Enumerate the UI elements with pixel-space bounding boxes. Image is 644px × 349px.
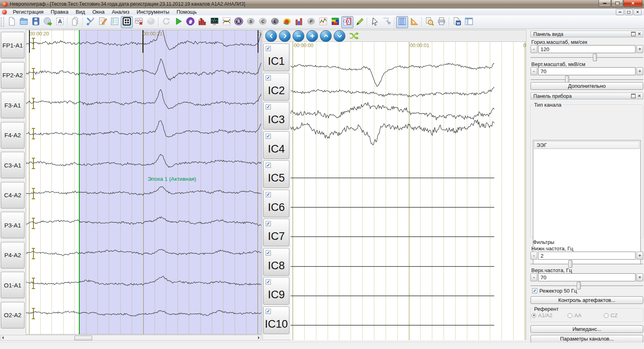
new-document-button[interactable] [6, 16, 18, 28]
waveform-epoch-button[interactable] [341, 16, 353, 28]
artifact-control-button[interactable]: Контроль артефактов... [530, 296, 643, 304]
left-horizontal-scrollbar[interactable] [0, 335, 261, 341]
ic1-visibility-checkbox[interactable]: ✓ [266, 46, 271, 51]
channel-type-item-eeg[interactable]: ЭЭГ [534, 141, 640, 149]
zoom-document-button[interactable] [423, 16, 436, 28]
scroll-left-arrow[interactable] [2, 336, 4, 339]
channel-button-c3-a1[interactable]: C3-A1 [1, 152, 25, 178]
export-word-button[interactable]: W [451, 16, 463, 28]
channel-button-o1-a1[interactable]: O1-A1 [1, 272, 25, 298]
sphere-e-button[interactable]: E [269, 16, 281, 28]
sphere-s-button[interactable]: S [245, 16, 257, 28]
low-freq-slider[interactable] [530, 261, 643, 267]
spectrogram-button[interactable] [329, 16, 341, 28]
edit-checklist-button[interactable] [97, 16, 109, 28]
scrollbar-thumb[interactable] [74, 336, 92, 341]
close-button[interactable]: ✕ [623, 0, 642, 7]
channel-up-button[interactable] [320, 30, 332, 42]
sphere-p-button[interactable]: P [305, 16, 317, 28]
additional-button[interactable]: Дополнительно [530, 82, 643, 90]
step-right-button[interactable] [279, 30, 291, 42]
panel-layout-button[interactable] [463, 16, 475, 28]
component-button-ic2[interactable]: IC2✓ [263, 73, 289, 101]
ic3-visibility-checkbox[interactable]: ✓ [266, 104, 271, 109]
save-button[interactable] [30, 16, 42, 28]
eeg-middle-trace-area[interactable]: 00:00:0000:00:0100: [291, 42, 526, 340]
toolbar-grip[interactable] [1, 17, 4, 27]
menu-item-6[interactable]: Инструменты [133, 8, 173, 15]
marker-pen-button[interactable] [353, 16, 365, 28]
ic2-visibility-checkbox[interactable]: ✓ [266, 75, 271, 81]
horiz-minus-button[interactable]: - [530, 45, 537, 53]
signal-monitor-button[interactable] [208, 16, 221, 28]
component-button-ic1[interactable]: IC1✓ [263, 43, 289, 71]
low-freq-value[interactable]: 2 [538, 252, 636, 260]
vert-scale-value[interactable]: 70 [538, 67, 636, 75]
mdi-minimize-button[interactable] [616, 9, 624, 15]
channel-button-f4-a2[interactable]: F4-A2 [1, 122, 25, 149]
notch-filter-checkbox[interactable]: ✓ [532, 288, 537, 293]
ic9-visibility-checkbox[interactable]: ✓ [266, 279, 271, 285]
eeg-left-trace-area[interactable]: 00:00:2000:00:2100:0Эпоха 1 (Активная) [26, 30, 262, 335]
view-panel-header[interactable]: Панель вида ✕ [530, 31, 643, 37]
cursor-arrow-button[interactable] [369, 16, 381, 28]
mdi-restore-button[interactable] [625, 9, 633, 15]
horiz-slider-thumb[interactable] [593, 54, 597, 61]
horiz-plus-button[interactable]: + [636, 45, 643, 53]
zoom-in-button[interactable] [306, 30, 318, 42]
line-chart-button[interactable] [317, 16, 329, 28]
play-button[interactable] [172, 16, 184, 28]
ic8-visibility-checkbox[interactable]: ✓ [266, 250, 271, 256]
ic4-visibility-checkbox[interactable]: ✓ [266, 134, 271, 139]
high-plus-button[interactable]: + [636, 273, 643, 281]
histogram-button[interactable] [196, 16, 208, 28]
referent-option-cz[interactable]: CZ [604, 312, 617, 318]
vert-minus-button[interactable]: - [530, 67, 537, 75]
channel-params-button[interactable]: Параметры каналов... [530, 335, 643, 343]
channel-button-p3-a1[interactable]: P3-A1 [1, 212, 25, 238]
panel-close-icon[interactable]: ✕ [638, 32, 641, 36]
text-frame-button[interactable]: A [54, 16, 66, 28]
ic5-visibility-checkbox[interactable]: ✓ [266, 163, 271, 168]
panel-close-icon[interactable]: ✕ [638, 94, 641, 98]
low-minus-button[interactable]: - [530, 252, 537, 260]
step-left-button[interactable] [265, 30, 277, 42]
open-file-button[interactable] [18, 16, 30, 28]
curves-button[interactable] [221, 16, 233, 28]
menu-item-1[interactable]: Регистрация [9, 8, 47, 15]
referent-option-aa[interactable]: AA [568, 312, 604, 318]
device-panel-header[interactable]: Панель прибора ✕ [530, 93, 643, 99]
channel-button-o2-a2[interactable]: O2-A2 [1, 302, 25, 328]
high-minus-button[interactable]: - [530, 273, 537, 281]
impedance-button[interactable]: Импеданс... [530, 325, 643, 333]
ic7-visibility-checkbox[interactable]: ✓ [266, 221, 271, 226]
component-button-ic6[interactable]: IC6✓ [263, 190, 289, 217]
shuffle-channels-button[interactable] [348, 30, 359, 41]
channel-button-f3-a1[interactable]: F3-A1 [1, 92, 25, 118]
menu-item-2[interactable]: Правка [47, 8, 72, 15]
mdi-close-button[interactable]: ✕ [634, 9, 642, 15]
low-plus-button[interactable]: + [636, 252, 643, 260]
horiz-scale-slider[interactable] [530, 55, 643, 60]
horiz-scale-value[interactable]: 120 [538, 45, 636, 53]
sphere-a-button[interactable]: A [233, 16, 245, 28]
channel-down-button[interactable] [334, 30, 345, 42]
mesh-map-button[interactable] [281, 16, 293, 28]
lasso-select-button[interactable] [381, 16, 393, 28]
ic10-visibility-checkbox[interactable]: ✓ [266, 309, 271, 314]
set-square-button[interactable] [408, 16, 420, 28]
component-button-ic8[interactable]: IC8✓ [263, 248, 289, 276]
scroll-right-arrow[interactable] [258, 336, 260, 339]
channel-button-p4-a2[interactable]: P4-A2 [1, 242, 25, 268]
minimize-button[interactable] [599, 0, 611, 7]
check-table-button[interactable]: ✓✓✓ [109, 16, 121, 28]
vert-scale-slider[interactable] [530, 77, 643, 83]
vert-plus-button[interactable]: + [636, 67, 643, 75]
component-button-ic10[interactable]: IC10✓ [263, 306, 289, 334]
tools-button[interactable] [85, 16, 97, 28]
close-monitor-button[interactable] [133, 16, 145, 28]
high-freq-value[interactable]: 70 [538, 273, 636, 281]
copy-document-button[interactable] [69, 16, 81, 28]
high-slider-thumb[interactable] [577, 282, 581, 289]
dock-icon[interactable] [631, 94, 636, 98]
